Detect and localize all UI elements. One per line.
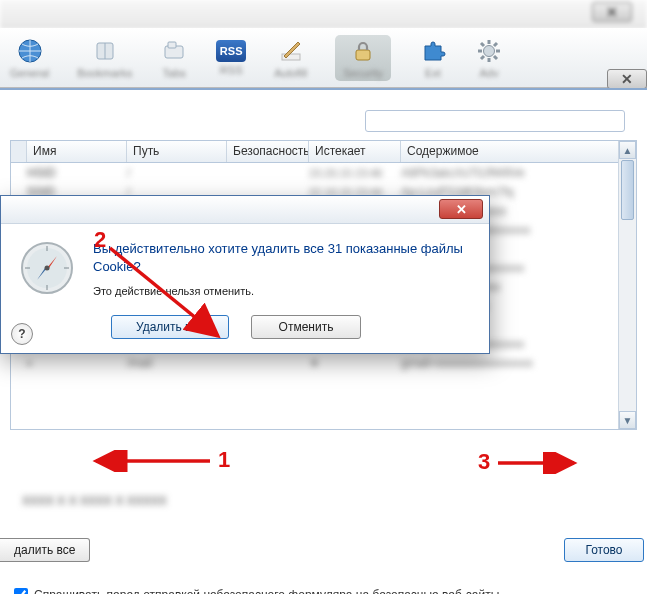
toolbar-close-button[interactable]: ✕ — [607, 69, 647, 89]
toolbar-item-autofill[interactable]: Autofill — [274, 37, 307, 79]
toolbar-item-tabs[interactable]: Tabs — [160, 37, 188, 79]
window-menubar: ✕ — [0, 0, 647, 28]
puzzle-icon — [419, 37, 447, 65]
safari-icon — [19, 240, 75, 296]
dialog-message: Вы действительно хотите удалить все 31 п… — [93, 240, 471, 275]
checkbox-label: Спрашивать перед отправкой небезопасного… — [34, 588, 499, 594]
gear-icon — [475, 37, 503, 65]
dialog-delete-all-button[interactable]: Удалить все — [111, 315, 229, 339]
dialog-titlebar[interactable]: ✕ — [1, 196, 489, 224]
confirm-delete-dialog: ✕ Вы действительно хотите удалить все 31… — [0, 195, 490, 354]
scroll-up-icon[interactable]: ▲ — [619, 141, 636, 159]
vertical-scrollbar[interactable]: ▲ ▼ — [618, 141, 636, 429]
annotation-3: 3 — [478, 449, 490, 475]
insecure-form-warning-checkbox[interactable]: Спрашивать перед отправкой небезопасного… — [14, 588, 499, 594]
summary-line: XXXX X X XXXX X XXXXX — [0, 490, 647, 512]
svg-point-15 — [45, 266, 50, 271]
scroll-down-icon[interactable]: ▼ — [619, 411, 636, 429]
checkbox-input[interactable] — [14, 588, 28, 594]
col-path[interactable]: Путь — [127, 141, 227, 162]
annotation-2: 2 — [94, 227, 106, 253]
dialog-detail: Это действие нельзя отменить. — [93, 285, 471, 297]
book-icon — [91, 37, 119, 65]
preferences-toolbar: General Bookmarks Tabs RSS RSS Autofill … — [0, 28, 647, 88]
tabs-icon — [160, 37, 188, 65]
search-input[interactable] — [365, 110, 625, 132]
col-name[interactable]: Имя — [27, 141, 127, 162]
scroll-thumb[interactable] — [621, 160, 634, 220]
annotation-1: 1 — [218, 447, 230, 473]
toolbar-item-security[interactable]: Security — [335, 35, 391, 81]
delete-all-button[interactable]: далить все — [0, 538, 90, 562]
table-header: Имя Путь Безопасность Истекает Содержимо… — [11, 141, 636, 163]
dialog-cancel-button[interactable]: Отменить — [251, 315, 361, 339]
window-close-button[interactable]: ✕ — [592, 2, 632, 22]
svg-point-6 — [483, 45, 494, 56]
help-button[interactable]: ? — [11, 323, 33, 345]
search-field[interactable]: 🔍 — [365, 110, 625, 132]
rss-icon: RSS — [216, 40, 246, 62]
col-security[interactable]: Безопасность — [227, 141, 309, 162]
svg-rect-5 — [356, 50, 370, 60]
toolbar-item-rss[interactable]: RSS RSS — [216, 40, 246, 76]
toolbar-item-general[interactable]: General — [10, 37, 49, 79]
lock-icon — [349, 37, 377, 65]
toolbar-item-bookmarks[interactable]: Bookmarks — [77, 37, 132, 79]
done-button[interactable]: Готово — [564, 538, 644, 562]
pencil-icon — [277, 37, 305, 65]
svg-rect-3 — [168, 42, 176, 48]
col-content[interactable]: Содержимое — [401, 141, 636, 162]
dialog-close-button[interactable]: ✕ — [439, 199, 483, 219]
col-expires[interactable]: Истекает — [309, 141, 401, 162]
toolbar-item-extensions[interactable]: Ext — [419, 37, 447, 79]
globe-icon — [16, 37, 44, 65]
table-row: HSID / 23.20.15 23:46 A8Pk3akcXsT0JfW8Ve — [11, 163, 618, 182]
toolbar-item-advanced[interactable]: Adv — [475, 37, 503, 79]
